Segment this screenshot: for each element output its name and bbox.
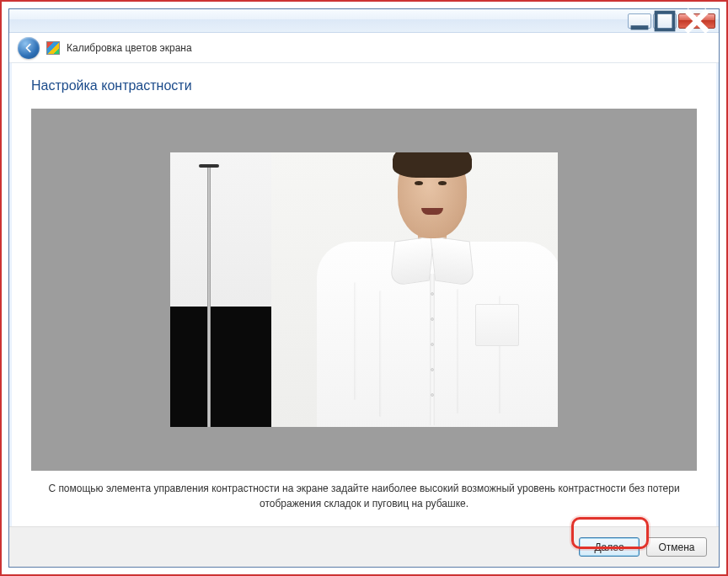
close-button[interactable] (678, 13, 715, 29)
maximize-icon (654, 10, 676, 32)
wizard-window: Калибровка цветов экрана Настройка контр… (8, 8, 720, 568)
titlebar (9, 9, 719, 33)
back-button[interactable] (18, 37, 40, 59)
footer-bar: Далее Отмена (9, 526, 719, 567)
color-calibration-icon (46, 41, 60, 55)
page-title: Настройка контрастности (31, 78, 697, 93)
minimize-icon (629, 10, 650, 32)
app-title: Калибровка цветов экрана (67, 42, 192, 54)
maximize-button[interactable] (653, 13, 677, 29)
header-bar: Калибровка цветов экрана (9, 33, 719, 63)
svg-rect-0 (631, 25, 649, 29)
svg-rect-1 (656, 12, 674, 29)
next-button[interactable]: Далее (579, 537, 640, 557)
back-arrow-icon (23, 42, 35, 54)
minimize-button[interactable] (628, 13, 651, 29)
cancel-button[interactable]: Отмена (646, 537, 707, 557)
content-area: Настройка контрастности (9, 63, 719, 526)
calibration-image-frame (31, 109, 697, 471)
calibration-reference-image (170, 152, 558, 427)
instruction-text: С помощью элемента управления контрастно… (31, 471, 697, 518)
